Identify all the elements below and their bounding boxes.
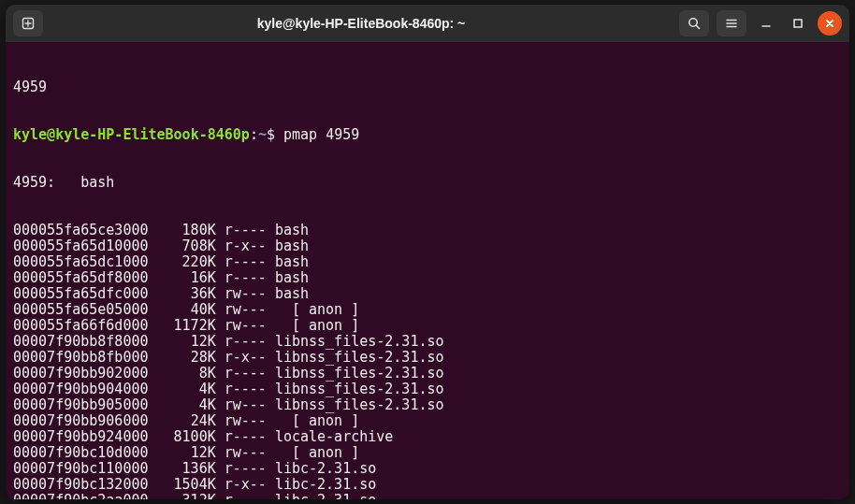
maximize-button[interactable] [786, 11, 810, 36]
hamburger-menu-button[interactable] [717, 10, 746, 36]
terminal-viewport[interactable]: 4959 kyle@kyle-HP-EliteBook-8460p:~$ pma… [6, 42, 849, 499]
pmap-row: 00007f90bb90600024K rw--- [ anon ] [13, 413, 842, 429]
gap [267, 318, 275, 334]
pmap-mapping: libnss_files-2.31.so [275, 397, 444, 413]
pmap-row: 000055fa65ce3000180K r---- bash [13, 223, 842, 238]
pmap-size: 136K [148, 461, 215, 477]
new-tab-button[interactable] [13, 10, 43, 36]
pmap-permissions: r---- [225, 334, 267, 350]
pmap-row: 00007f90bb8f800012K r---- libnss_files-2… [13, 334, 842, 350]
pmap-mapping: libnss_files-2.31.so [275, 334, 444, 350]
pmap-address: 00007f90bb8f8000 [13, 334, 148, 350]
pmap-size: 708K [148, 238, 215, 254]
gap [267, 493, 275, 499]
pmap-row: 000055fa65e0500040K rw--- [ anon ] [13, 302, 842, 318]
pmap-mapping: locale-archive [275, 429, 393, 445]
pmap-permissions: rw--- [225, 445, 267, 461]
pmap-mapping: libnss_files-2.31.so [275, 350, 444, 366]
gap [216, 413, 225, 429]
gap [267, 382, 275, 397]
prompt-command: pmap 4959 [283, 126, 359, 143]
terminal-window: kyle@kyle-HP-EliteBook-8460p: ~ [6, 5, 849, 499]
pmap-row: 00007f90bc10d00012K rw--- [ anon ] [13, 445, 842, 461]
pmap-mapping: [ anon ] [275, 413, 359, 429]
pmap-permissions: r-x-- [225, 238, 267, 254]
prompt-line: kyle@kyle-HP-EliteBook-8460p:~$ pmap 495… [13, 127, 842, 143]
prompt-sep2: $ [267, 126, 283, 143]
pmap-size: 312K [148, 493, 215, 499]
pmap-address: 00007f90bc110000 [13, 461, 148, 477]
gap [267, 254, 275, 270]
pmap-address: 000055fa65dfc000 [13, 286, 148, 302]
pmap-address: 00007f90bb904000 [13, 382, 148, 397]
pmap-permissions: r---- [225, 461, 267, 477]
pmap-size: 12K [148, 334, 215, 350]
pmap-address: 00007f90bc132000 [13, 477, 148, 493]
pmap-permissions: r-x-- [225, 350, 267, 366]
pmap-permissions: r---- [225, 270, 267, 286]
pmap-permissions: r---- [225, 223, 267, 238]
gap [267, 445, 275, 461]
gap [216, 238, 225, 254]
gap [267, 397, 275, 413]
svg-rect-4 [794, 20, 802, 27]
pmap-permissions: r---- [225, 366, 267, 382]
gap [216, 223, 225, 238]
pmap-size: 36K [148, 286, 215, 302]
gap [267, 477, 275, 493]
pmap-mapping: libnss_files-2.31.so [275, 382, 444, 397]
gap [267, 302, 275, 318]
pmap-mapping: bash [275, 270, 309, 286]
pmap-row: 000055fa65dfc00036K rw--- bash [13, 286, 842, 302]
pmap-permissions: r-x-- [225, 477, 267, 493]
svg-line-2 [696, 25, 699, 28]
pmap-size: 16K [148, 270, 215, 286]
pmap-row: 00007f90bb9050004K rw--- libnss_files-2.… [13, 397, 842, 413]
pmap-permissions: r---- [225, 382, 267, 397]
gap [267, 334, 275, 350]
pmap-size: 1504K [148, 477, 215, 493]
pmap-mapping: libc-2.31.so [275, 493, 376, 499]
pmap-row: 00007f90bc2aa000312K r---- libc-2.31.so [13, 493, 842, 499]
pmap-mapping: [ anon ] [275, 445, 359, 461]
pmap-address: 000055fa65d10000 [13, 238, 148, 254]
pmap-row: 000055fa65df800016K r---- bash [13, 270, 842, 286]
gap [216, 397, 225, 413]
preamble-line: 4959 [13, 79, 842, 95]
pmap-permissions: rw--- [225, 286, 267, 302]
close-button[interactable] [818, 11, 842, 36]
pmap-permissions: rw--- [225, 302, 267, 318]
pmap-size: 12K [148, 445, 215, 461]
pmap-row: 000055fa66f6d0001172K rw--- [ anon ] [13, 318, 842, 334]
pmap-mapping: [ anon ] [275, 302, 359, 318]
pmap-size: 8K [148, 366, 215, 382]
pmap-address: 00007f90bc2aa000 [13, 493, 148, 499]
prompt-path: ~ [258, 126, 267, 143]
pmap-size: 4K [148, 382, 215, 397]
gap [267, 429, 275, 445]
pmap-mapping: bash [275, 254, 309, 270]
pmap-permissions: rw--- [225, 413, 267, 429]
gap [216, 477, 225, 493]
pmap-size: 40K [148, 302, 215, 318]
pmap-address: 00007f90bb902000 [13, 366, 148, 382]
pmap-address: 00007f90bb906000 [13, 413, 148, 429]
pmap-permissions: rw--- [225, 318, 267, 334]
gap [216, 493, 225, 499]
gap [267, 238, 275, 254]
search-button[interactable] [679, 10, 709, 36]
gap [216, 429, 225, 445]
prompt-user-host: kyle@kyle-HP-EliteBook-8460p [13, 126, 250, 143]
pmap-address: 000055fa65e05000 [13, 302, 148, 318]
pmap-permissions: r---- [225, 429, 267, 445]
gap [267, 366, 275, 382]
pmap-mapping: libc-2.31.so [275, 477, 376, 493]
pmap-mapping: libnss_files-2.31.so [275, 366, 444, 382]
pmap-row: 00007f90bc110000136K r---- libc-2.31.so [13, 461, 842, 477]
pmap-size: 24K [148, 413, 215, 429]
gap [216, 318, 225, 334]
pmap-row: 00007f90bb9040004K r---- libnss_files-2.… [13, 382, 842, 397]
gap [267, 461, 275, 477]
minimize-button[interactable] [754, 11, 778, 36]
pmap-address: 00007f90bb924000 [13, 429, 148, 445]
